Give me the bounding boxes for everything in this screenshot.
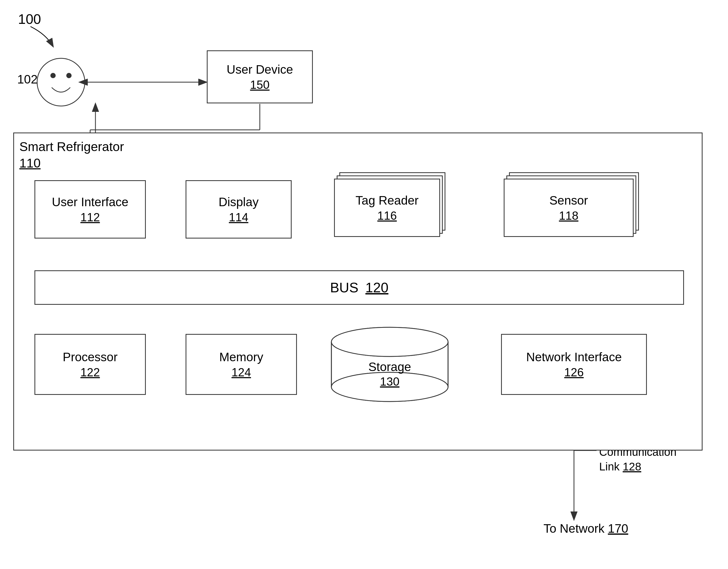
svg-text:Storage: Storage bbox=[368, 360, 411, 374]
tag-reader-box: Tag Reader 116 bbox=[334, 179, 440, 237]
tag-reader-stack: Tag Reader 116 bbox=[334, 172, 448, 239]
memory-title: Memory bbox=[219, 350, 263, 364]
svg-point-34 bbox=[331, 327, 448, 356]
storage-svg: Storage 130 bbox=[326, 326, 453, 403]
display-title: Display bbox=[219, 195, 259, 209]
processor-box: Processor 122 bbox=[34, 334, 146, 395]
ui-title: User Interface bbox=[52, 195, 129, 209]
ref-100-label: 100 bbox=[18, 11, 41, 27]
user-device-box: User Device 150 bbox=[207, 50, 313, 103]
bus-label: BUS 120 bbox=[330, 280, 388, 295]
tag-reader-title: Tag Reader bbox=[356, 193, 419, 208]
user-device-number: 150 bbox=[250, 78, 269, 91]
svg-point-1 bbox=[50, 73, 56, 78]
network-number: 126 bbox=[564, 366, 584, 379]
storage-container: Storage 130 bbox=[326, 326, 453, 403]
svg-text:Link 128: Link 128 bbox=[599, 460, 641, 473]
svg-text:102: 102 bbox=[17, 72, 38, 86]
sensor-number: 118 bbox=[559, 209, 578, 222]
tag-reader-number: 116 bbox=[377, 209, 397, 222]
network-title: Network Interface bbox=[526, 350, 622, 364]
user-device-title: User Device bbox=[227, 62, 293, 77]
display-box: Display 114 bbox=[186, 180, 292, 239]
sensor-box: Sensor 118 bbox=[504, 179, 634, 237]
processor-number: 122 bbox=[80, 366, 100, 379]
svg-text:130: 130 bbox=[380, 375, 399, 388]
svg-point-2 bbox=[66, 73, 72, 78]
user-interface-box: User Interface 112 bbox=[34, 180, 146, 239]
network-interface-box: Network Interface 126 bbox=[501, 334, 647, 395]
svg-text:To Network 170: To Network 170 bbox=[543, 522, 628, 535]
sensor-stack: Sensor 118 bbox=[504, 172, 644, 239]
memory-box: Memory 124 bbox=[186, 334, 297, 395]
bus-box: BUS 120 bbox=[34, 270, 684, 305]
processor-title: Processor bbox=[63, 350, 117, 364]
smart-fridge-label: Smart Refrigerator 110 bbox=[19, 139, 124, 172]
diagram: 100 102 bbox=[0, 0, 728, 569]
display-number: 114 bbox=[229, 211, 248, 224]
sensor-title: Sensor bbox=[549, 193, 588, 208]
svg-point-0 bbox=[37, 58, 85, 106]
ui-number: 112 bbox=[80, 211, 100, 224]
memory-number: 124 bbox=[231, 366, 251, 379]
